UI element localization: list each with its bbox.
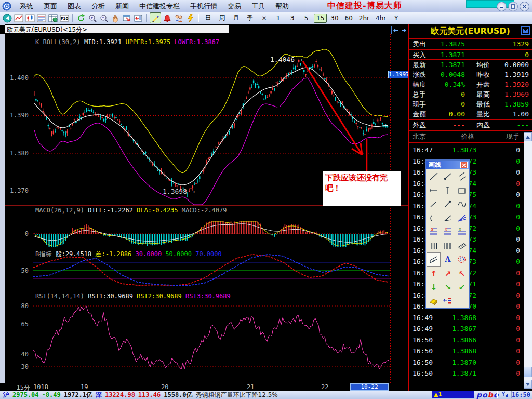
x-tick-1018: 1018 (33, 383, 48, 391)
close-button[interactable] (520, 2, 529, 11)
arrow-downleft-icon[interactable]: ↙ (455, 280, 469, 294)
window-switch-icon[interactable] (122, 13, 132, 23)
x-tick-21: 21 (247, 383, 254, 391)
scroll-down-button[interactable] (524, 380, 532, 389)
period-button-60[interactable]: 60 (342, 14, 355, 23)
toolbar: F10日周月季×1351530602hr4hrY (0, 12, 532, 24)
menu-item-5[interactable]: 中信建投专栏 (134, 1, 185, 12)
rectangle-icon[interactable] (455, 184, 469, 198)
ray-line-icon[interactable] (441, 170, 455, 184)
zoom-out-icon[interactable] (99, 13, 109, 23)
golden-vertical-icon[interactable] (427, 239, 441, 253)
menu-item-2[interactable]: 图表 (62, 1, 86, 12)
goto-window-icon[interactable] (133, 13, 143, 23)
arrow-up-icon[interactable]: ↑ (427, 267, 441, 281)
golden-horizontal-icon[interactable]: G (427, 225, 441, 239)
tick-scrollbar[interactable] (524, 132, 532, 389)
period-button-4hr[interactable]: 4hr (373, 14, 389, 23)
regression-channel-icon[interactable] (427, 252, 441, 267)
line-manager-icon[interactable] (441, 294, 455, 308)
menu-item-9[interactable]: 帮助 (270, 1, 294, 12)
scroll-thumb[interactable] (524, 367, 532, 377)
f10-icon[interactable]: F10 (59, 13, 70, 23)
quick-trade-icon[interactable] (185, 13, 195, 23)
b-fifty-tick: 50 (0, 267, 29, 274)
prev-contract-button[interactable] (391, 26, 400, 34)
extend-horizontal-icon[interactable]: X (455, 225, 469, 239)
period-button-15[interactable]: 15 (314, 14, 327, 23)
percent-vertical-icon[interactable] (441, 239, 455, 253)
trend-line-icon[interactable] (427, 170, 441, 184)
period-button-30[interactable]: 30 (328, 14, 341, 23)
palette-close-icon[interactable] (460, 162, 468, 168)
users-icon[interactable] (174, 13, 184, 23)
period-button-Y[interactable]: Y (390, 14, 403, 23)
status-bar: 沪 2975.04 -8.49 1972.1亿 深 13224.98 113.4… (0, 391, 532, 399)
minimize-button[interactable] (497, 2, 507, 11)
menu-item-1[interactable]: 页面 (38, 1, 62, 12)
panel-restore-icon[interactable] (521, 26, 530, 35)
table-view-icon[interactable] (48, 13, 58, 23)
arrow-down-icon[interactable]: ↓ (427, 280, 441, 294)
tick-row: 16:501.38700 (409, 357, 524, 368)
draw-line-palette: 画线 GXXA↑↗↖↓↘↙ (425, 159, 470, 309)
period-button-3[interactable]: 3 (286, 14, 299, 23)
vertical-line-icon[interactable] (441, 184, 455, 198)
svg-text:G: G (431, 228, 433, 232)
channel-line-icon[interactable] (455, 239, 469, 253)
quote-row-4: 幅度-0.34%开盘1.3920 (409, 79, 532, 89)
line-chart-icon[interactable] (14, 13, 24, 23)
drawn-note-box[interactable]: 下跌应该还没有完吧！ (323, 171, 401, 206)
app-icon[interactable] (2, 2, 11, 11)
scroll-up-button[interactable] (524, 132, 532, 141)
text-tool-icon[interactable]: A (441, 252, 455, 267)
period-button-周[interactable]: 周 (216, 12, 229, 23)
restore-button[interactable] (508, 2, 518, 11)
back-icon[interactable] (2, 13, 12, 23)
arrow-upright-icon[interactable]: ↗ (441, 267, 455, 281)
menu-item-4[interactable]: 新闻 (110, 1, 134, 12)
arrow-upleft-icon[interactable]: ↖ (455, 267, 469, 281)
period-button-2hr[interactable]: 2hr (356, 14, 372, 23)
period-button-月[interactable]: 月 (230, 12, 243, 23)
horizontal-line-icon[interactable] (427, 184, 441, 198)
menu-item-0[interactable]: 系统 (15, 1, 38, 12)
menu-item-6[interactable]: 手机行情 (185, 1, 222, 12)
tick-qty: 0 (487, 368, 520, 379)
chart-header-bar: 欧元美元(EURUSD)<15分> (0, 25, 408, 34)
next-contract-button[interactable] (400, 26, 408, 34)
quote-value: 1.00 (485, 109, 529, 119)
menu-item-7[interactable]: 交易 (222, 1, 246, 12)
draw-line-icon[interactable] (150, 12, 161, 23)
period-button-5[interactable]: 5 (300, 14, 313, 23)
kline-view-icon[interactable] (25, 13, 35, 23)
arc-line-icon[interactable] (427, 211, 441, 225)
tick-qty: 0 (487, 156, 520, 167)
ray-line-2-icon[interactable] (441, 197, 455, 211)
tick-row: 16:491.38680 (409, 312, 524, 324)
menu-bar: 系统页面图表分析新闻中信建投专栏手机行情交易工具帮助 中信建投-博易大师 (0, 0, 532, 12)
segment-line-icon[interactable] (427, 197, 441, 211)
eraser-icon[interactable] (427, 294, 441, 308)
menu-item-3[interactable]: 分析 (86, 1, 110, 12)
zoom-in-icon[interactable] (87, 13, 98, 23)
wave-line-icon[interactable] (455, 197, 469, 211)
period-button-×[interactable]: × (258, 14, 271, 23)
angle-line-icon[interactable] (441, 211, 455, 225)
price-alarm-icon[interactable] (162, 13, 172, 23)
palette-tool-grid: GXXA↑↗↖↓↘↙ (426, 169, 469, 308)
percent-horizontal-icon[interactable]: X (441, 225, 455, 239)
parallel-line-icon[interactable] (455, 170, 469, 184)
gann-fan-icon[interactable] (455, 211, 469, 225)
arrow-downright-icon[interactable]: ↘ (441, 280, 455, 294)
period-button-1[interactable]: 1 (272, 14, 285, 23)
drag-hand-icon[interactable] (110, 13, 121, 23)
price-tick-1370: 1.370 (0, 187, 29, 194)
alert-badge[interactable]: ▲1 (432, 391, 474, 398)
quote-list-icon[interactable] (36, 13, 47, 23)
refresh-icon[interactable] (76, 13, 86, 23)
period-button-日[interactable]: 日 (202, 12, 215, 23)
period-button-季[interactable]: 季 (244, 12, 257, 23)
menu-item-8[interactable]: 工具 (246, 1, 270, 12)
cycle-circle-icon[interactable] (455, 252, 469, 267)
